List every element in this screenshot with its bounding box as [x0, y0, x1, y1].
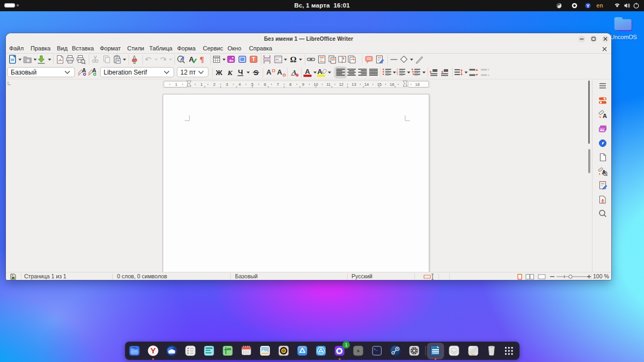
svg-text:8: 8 — [289, 82, 291, 87]
svg-text:16: 16 — [390, 82, 394, 87]
svg-text:A: A — [305, 68, 310, 76]
svg-text:A: A — [317, 68, 323, 76]
svg-text:3.: 3. — [397, 73, 399, 76]
svg-text:Ч: Ч — [238, 68, 243, 76]
svg-text:К: К — [227, 69, 233, 77]
svg-text:A: A — [603, 113, 607, 119]
svg-text:A: A — [277, 68, 282, 76]
svg-text:en: en — [596, 2, 603, 9]
svg-text:3: 3 — [226, 82, 228, 87]
svg-text:12 пт: 12 пт — [180, 69, 196, 76]
svg-text:A: A — [266, 68, 272, 76]
svg-text:A: A — [82, 68, 86, 73]
svg-text:100 %: 100 % — [593, 273, 609, 279]
svg-text:12: 12 — [339, 82, 343, 87]
svg-text:Русский: Русский — [352, 273, 372, 279]
svg-text:0 слов, 0 символов: 0 слов, 0 символов — [117, 273, 167, 279]
svg-text:Базовый: Базовый — [235, 273, 258, 279]
svg-text:Ω: Ω — [290, 55, 296, 64]
svg-text:Страница 1 из 1: Страница 1 из 1 — [24, 273, 67, 279]
svg-text:7: 7 — [276, 82, 279, 87]
svg-text:¶: ¶ — [200, 55, 204, 64]
svg-text:>_: >_ — [374, 348, 378, 351]
svg-text:A: A — [92, 68, 96, 73]
svg-text:9: 9 — [302, 82, 304, 87]
svg-text:6: 6 — [264, 82, 266, 87]
svg-text:13: 13 — [352, 82, 356, 87]
svg-text:18: 18 — [415, 82, 420, 87]
svg-text:4: 4 — [239, 82, 241, 87]
svg-text:14: 14 — [364, 82, 369, 87]
svg-text:Liberation Serif: Liberation Serif — [104, 69, 147, 76]
svg-text:Y: Y — [150, 346, 156, 355]
svg-text:Базовый: Базовый — [11, 69, 36, 76]
svg-text:15: 15 — [377, 82, 382, 87]
svg-text:11: 11 — [326, 82, 331, 87]
svg-text:1: 1 — [345, 342, 348, 348]
svg-text:1: 1 — [201, 82, 203, 87]
svg-text:2: 2 — [213, 82, 215, 87]
svg-text:T: T — [252, 56, 255, 62]
svg-text:Ж: Ж — [215, 69, 223, 77]
svg-text:Y: Y — [587, 3, 590, 9]
svg-text:1: 1 — [175, 82, 177, 87]
